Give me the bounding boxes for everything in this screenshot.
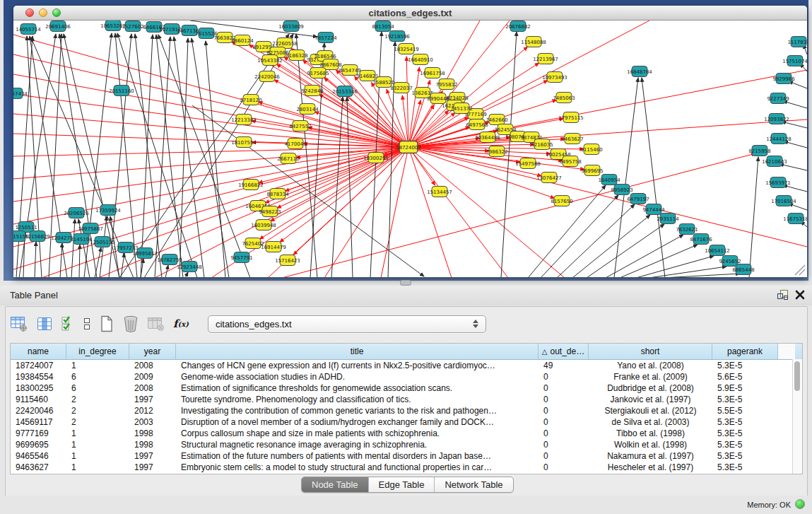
table-cell-pagerank[interactable]: 5.3E-5 <box>712 394 778 405</box>
table-cell-outde[interactable]: 0 <box>539 428 589 439</box>
table-row[interactable]: 1938455462009Genome-wide association stu… <box>11 371 802 382</box>
column-header-name[interactable]: name <box>11 344 66 359</box>
table-cell-indegree[interactable]: 6 <box>66 371 129 382</box>
tab-network-table[interactable]: Network Table <box>435 477 512 492</box>
row-options-button[interactable] <box>83 315 91 332</box>
table-cell-name[interactable]: 9115460 <box>11 394 66 405</box>
function-builder-button[interactable]: f(x) <box>173 317 189 330</box>
table-cell-pagerank[interactable]: 5.3E-5 <box>712 428 778 439</box>
table-row[interactable]: 946554611997Estimation of the future num… <box>11 450 802 462</box>
table-mode-button[interactable] <box>10 315 28 332</box>
table-cell-outde[interactable]: 0 <box>539 416 589 428</box>
table-vertical-scrollbar[interactable] <box>792 359 802 474</box>
network-graph[interactable]: 1405571420691406106532671527602646616210… <box>13 21 807 277</box>
scrollbar-thumb[interactable] <box>794 361 800 391</box>
table-cell-pagerank[interactable]: 5.3E-5 <box>712 360 778 371</box>
table-cell-name[interactable]: 19384554 <box>11 371 66 382</box>
table-cell-name[interactable]: 9463627 <box>11 462 66 473</box>
table-cell-indegree[interactable]: 1 <box>66 360 129 371</box>
table-cell-pagerank[interactable]: 5.9E-5 <box>712 382 778 394</box>
column-header-short[interactable]: short <box>589 344 712 359</box>
table-cell-outde[interactable]: 0 <box>539 405 589 416</box>
column-header-title[interactable]: title <box>176 344 539 359</box>
table-cell-year[interactable]: 2003 <box>129 416 176 428</box>
table-cell-name[interactable]: 9699695 <box>11 439 66 450</box>
table-cell-short[interactable]: Dudbridge et al. (2008) <box>589 382 712 394</box>
column-header-outde[interactable]: △out_de… <box>539 344 589 359</box>
table-row[interactable]: 1872400712008Changes of HCN gene express… <box>11 360 802 371</box>
table-cell-title[interactable]: Changes of HCN gene expression and I(f) … <box>176 360 539 371</box>
table-cell-indegree[interactable]: 1 <box>66 428 129 439</box>
table-cell-short[interactable]: Yano et al. (2008) <box>589 360 712 371</box>
panel-splitter-handle[interactable] <box>400 280 411 286</box>
table-cell-short[interactable]: Tibbo et al. (1998) <box>589 428 712 439</box>
table-cell-year[interactable]: 2012 <box>129 405 176 416</box>
table-row[interactable]: 1830029562008Estimation of significance … <box>11 382 802 394</box>
table-row[interactable]: 977716911998Corpus callosum shape and si… <box>11 428 802 439</box>
table-cell-outde[interactable]: 0 <box>539 439 589 450</box>
column-header-indegree[interactable]: in_degree <box>66 344 129 359</box>
table-selector-dropdown[interactable]: citations_edges.txt <box>208 315 486 333</box>
table-cell-indegree[interactable]: 1 <box>66 450 129 462</box>
table-cell-short[interactable]: Nakamura et al. (1997) <box>589 450 712 462</box>
show-columns-button[interactable] <box>36 316 53 332</box>
table-cell-short[interactable]: Wolkin et al. (1998) <box>589 439 712 450</box>
network-window[interactable]: citations_edges.txt 14055714206914061065… <box>13 6 807 277</box>
table-cell-short[interactable]: Jankovic et al. (1997) <box>589 394 712 405</box>
table-cell-pagerank[interactable]: 5.3E-5 <box>712 462 778 473</box>
table-row[interactable]: 911546021997Tourette syndrome. Phenomeno… <box>11 394 802 405</box>
table-cell-title[interactable]: Genome-wide association studies in ADHD. <box>176 371 539 382</box>
table-cell-pagerank[interactable]: 5.3E-5 <box>712 416 778 428</box>
table-cell-indegree[interactable]: 2 <box>66 416 129 428</box>
table-cell-short[interactable]: Franke et al. (2009) <box>589 371 712 382</box>
table-cell-short[interactable]: Hescheler et al. (1997) <box>589 462 712 473</box>
canvas-resize-grip[interactable] <box>795 265 805 275</box>
table-cell-title[interactable]: Structural magnetic resonance image aver… <box>176 439 539 450</box>
select-all-button[interactable] <box>61 315 75 332</box>
table-cell-title[interactable]: Embryonic stem cells: a model to study s… <box>176 462 539 473</box>
node-table[interactable]: namein_degreeyeartitle△out_de…shortpager… <box>10 343 803 474</box>
table-cell-title[interactable]: Estimation of the future numbers of pati… <box>176 450 539 462</box>
table-cell-title[interactable]: Disruption of a novel member of a sodium… <box>176 416 539 428</box>
create-column-button[interactable] <box>99 315 114 333</box>
table-cell-pagerank[interactable]: 5.3E-5 <box>712 450 778 462</box>
table-cell-outde[interactable]: 0 <box>539 382 589 394</box>
table-cell-year[interactable]: 2008 <box>129 382 176 394</box>
table-row[interactable]: 1456911722003Disruption of a novel membe… <box>11 416 802 428</box>
table-cell-outde[interactable]: 0 <box>539 450 589 462</box>
table-cell-pagerank[interactable]: 5.3E-5 <box>712 439 778 450</box>
table-cell-title[interactable]: Corpus callosum shape and size in male p… <box>176 428 539 439</box>
table-cell-indegree[interactable]: 6 <box>66 382 129 394</box>
table-row[interactable]: 2242004622012Investigating the contribut… <box>11 405 802 416</box>
table-cell-title[interactable]: Estimation of significance thresholds fo… <box>176 382 539 394</box>
table-cell-indegree[interactable]: 1 <box>66 462 129 473</box>
table-cell-name[interactable]: 18300295 <box>11 382 66 394</box>
table-cell-indegree[interactable]: 2 <box>66 405 129 416</box>
table-cell-name[interactable]: 18724007 <box>11 360 66 371</box>
table-cell-outde[interactable]: 0 <box>539 394 589 405</box>
delete-column-button[interactable] <box>122 315 139 333</box>
table-cell-name[interactable]: 14569117 <box>11 416 66 428</box>
table-cell-name[interactable]: 9465546 <box>11 450 66 462</box>
column-header-year[interactable]: year <box>129 344 176 359</box>
table-cell-year[interactable]: 1997 <box>129 394 176 405</box>
table-cell-year[interactable]: 1998 <box>129 428 176 439</box>
table-row[interactable]: 969969511998Structural magnetic resonanc… <box>11 439 802 450</box>
table-cell-indegree[interactable]: 1 <box>66 439 129 450</box>
tab-edge-table[interactable]: Edge Table <box>369 477 435 492</box>
table-cell-name[interactable]: 22420046 <box>11 405 66 416</box>
table-cell-short[interactable]: de Silva et al. (2003) <box>589 416 712 428</box>
table-cell-indegree[interactable]: 2 <box>66 394 129 405</box>
table-cell-name[interactable]: 9777169 <box>11 428 66 439</box>
close-panel-icon[interactable] <box>795 290 805 300</box>
tab-node-table[interactable]: Node Table <box>302 477 369 492</box>
table-cell-year[interactable]: 1998 <box>129 439 176 450</box>
table-cell-pagerank[interactable]: 5.6E-5 <box>712 371 778 382</box>
table-cell-title[interactable]: Tourette syndrome. Phenomenology and cla… <box>176 394 539 405</box>
table-cell-year[interactable]: 1997 <box>129 450 176 462</box>
column-header-pagerank[interactable]: pagerank <box>712 344 778 359</box>
table-cell-title[interactable]: Investigating the contribution of common… <box>176 405 539 416</box>
table-cell-pagerank[interactable]: 5.5E-5 <box>712 405 778 416</box>
float-panel-icon[interactable] <box>777 289 788 300</box>
table-cell-year[interactable]: 2008 <box>129 360 176 371</box>
